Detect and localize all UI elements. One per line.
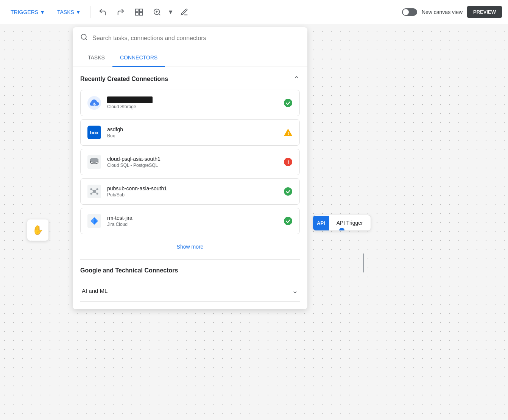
jira-status (283, 216, 293, 226)
zoom-button[interactable] (150, 5, 165, 20)
recently-created-title: Recently Created Connections (80, 76, 168, 82)
connection-item-cloud-sql[interactable]: cloud-psql-asia-south1 Cloud SQL - Postg… (80, 149, 300, 175)
toolbar-right: New canvas view PREVIEW (402, 6, 502, 18)
tab-bar: TASKS CONNECTORS (73, 49, 307, 67)
tab-connectors[interactable]: CONNECTORS (112, 49, 165, 67)
search-input[interactable] (92, 35, 300, 42)
search-icon (80, 33, 88, 43)
cloud-sql-status: ! (283, 157, 293, 167)
connection-item-jira[interactable]: rm-test-jira Jira Cloud (80, 208, 300, 234)
box-icon: box (87, 125, 102, 140)
triggers-chevron-icon: ▼ (40, 9, 45, 15)
edit-button[interactable] (177, 5, 192, 20)
layout-button[interactable] (131, 5, 146, 20)
redacted-name (107, 96, 153, 103)
cloud-sql-name: cloud-psql-asia-south1 (107, 156, 277, 162)
svg-rect-3 (140, 12, 142, 15)
connectors-panel: TASKS CONNECTORS Recently Created Connec… (73, 27, 307, 309)
svg-point-31 (284, 217, 292, 225)
jira-type: Jira Cloud (107, 222, 277, 227)
tasks-chevron-icon: ▼ (76, 9, 81, 15)
cloud-storage-name (107, 96, 277, 103)
category-ai-ml[interactable]: AI and ML ⌄ (80, 280, 300, 302)
undo-button[interactable] (95, 5, 110, 20)
jira-icon (87, 213, 102, 229)
redo-button[interactable] (113, 5, 128, 20)
pubsub-info: pubsub-conn-asia-south1 Pub/Sub (107, 185, 277, 198)
cloud-storage-info: Cloud Storage (107, 96, 277, 109)
show-more[interactable]: Show more (80, 240, 300, 253)
collapse-icon[interactable]: ⌃ (293, 75, 300, 84)
pubsub-status (283, 186, 293, 197)
pubsub-icon (87, 184, 102, 199)
svg-point-8 (81, 34, 86, 39)
connection-item-pubsub[interactable]: pubsub-conn-asia-south1 Pub/Sub (80, 178, 300, 205)
svg-line-9 (86, 39, 87, 40)
new-canvas-label: New canvas view (422, 9, 463, 15)
tab-tasks[interactable]: TASKS (80, 49, 112, 67)
jira-info: rm-test-jira Jira Cloud (107, 215, 277, 227)
svg-text:!: ! (288, 131, 289, 135)
pubsub-type: Pub/Sub (107, 192, 277, 198)
box-name: asdfgh (107, 126, 277, 132)
box-info: asdfgh Box (107, 126, 277, 138)
api-trigger-badge: API (313, 216, 329, 230)
cloud-sql-type: Cloud SQL - PostgreSQL (107, 163, 277, 168)
cloud-sql-info: cloud-psql-asia-south1 Cloud SQL - Postg… (107, 156, 277, 168)
google-section-title: Google and Technical Connectors (80, 267, 300, 274)
chevron-down-icon: ⌄ (292, 286, 298, 295)
box-type: Box (107, 133, 277, 138)
toolbar-divider-1 (90, 6, 90, 18)
svg-point-29 (284, 187, 292, 196)
connection-item-box[interactable]: box asdfgh Box ! (80, 119, 300, 146)
svg-rect-0 (136, 9, 138, 11)
section-divider (80, 259, 300, 260)
panel-content: Recently Created Connections ⌃ (73, 67, 307, 309)
toolbar: TRIGGERS ▼ TASKS ▼ ▼ New canvas view PRE… (0, 0, 508, 24)
cloud-sql-icon (87, 154, 102, 170)
show-more-link[interactable]: Show more (177, 244, 204, 250)
connection-item-cloud-storage[interactable]: Cloud Storage (80, 90, 300, 116)
cloud-storage-icon (87, 95, 102, 110)
cloud-storage-type: Cloud Storage (107, 104, 277, 109)
api-trigger[interactable]: API API Trigger (313, 215, 371, 231)
zoom-chevron[interactable]: ▼ (168, 9, 174, 16)
svg-rect-2 (136, 12, 138, 15)
jira-name: rm-test-jira (107, 215, 277, 221)
api-trigger-connector-dot (339, 228, 344, 231)
preview-button[interactable]: PREVIEW (467, 6, 502, 18)
search-bar (73, 27, 307, 49)
pubsub-name: pubsub-conn-asia-south1 (107, 185, 277, 191)
cloud-storage-status (283, 98, 293, 108)
tasks-label: TASKS (57, 9, 74, 15)
svg-rect-1 (140, 9, 142, 11)
connection-list: Cloud Storage box asdfgh Box ! (80, 90, 300, 234)
box-status: ! (283, 127, 293, 138)
hand-tool[interactable]: ✋ (27, 219, 48, 241)
tasks-button[interactable]: TASKS ▼ (53, 7, 86, 17)
api-trigger-label: API Trigger (329, 215, 371, 230)
hand-icon: ✋ (32, 225, 44, 235)
svg-text:!: ! (288, 159, 289, 165)
svg-point-12 (284, 99, 292, 107)
triggers-label: TRIGGERS (11, 9, 38, 15)
category-ai-ml-label: AI and ML (82, 288, 108, 294)
recently-created-header: Recently Created Connections ⌃ (80, 75, 300, 84)
triggers-button[interactable]: TRIGGERS ▼ (6, 7, 50, 17)
svg-line-5 (159, 14, 160, 15)
canvas-view-toggle[interactable] (402, 8, 417, 16)
